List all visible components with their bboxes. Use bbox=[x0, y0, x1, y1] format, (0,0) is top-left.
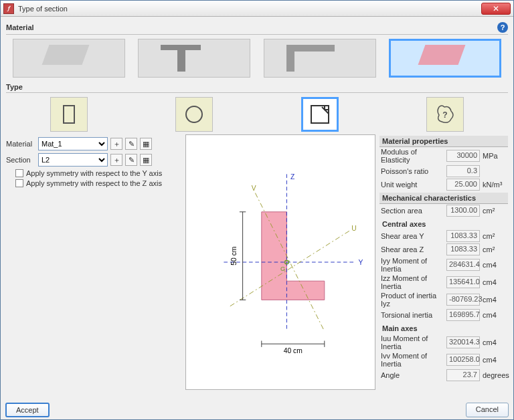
type-tile-import[interactable]: ? bbox=[426, 97, 464, 132]
izz-label: Izz Moment of Inertia bbox=[381, 274, 444, 290]
modulus-unit: MPa bbox=[483, 152, 507, 160]
sheary-unit: cm² bbox=[483, 232, 507, 240]
ivv-label: Ivv Moment of Inertia bbox=[381, 352, 444, 368]
material-tile-concrete[interactable] bbox=[13, 39, 125, 78]
axis-z-label: Z bbox=[290, 173, 294, 181]
material-add-button[interactable]: ＋ bbox=[110, 138, 122, 150]
iyz-label: Product of inertia Iyz bbox=[381, 292, 444, 308]
poisson-label: Poisson's ratio bbox=[381, 167, 444, 175]
accept-button[interactable]: Accept bbox=[5, 403, 50, 417]
shearz-label: Shear area Z bbox=[381, 245, 444, 253]
svg-rect-0 bbox=[64, 106, 74, 123]
type-tile-rectangle[interactable] bbox=[50, 97, 88, 132]
sheary-label: Shear area Y bbox=[381, 232, 444, 240]
shearz-value: 1083.33 bbox=[446, 243, 480, 255]
svg-rect-2 bbox=[311, 106, 329, 123]
izz-value: 135641.0 bbox=[446, 276, 480, 288]
window-close-button[interactable]: ✕ bbox=[481, 3, 511, 15]
symmetry-y-label: Apply symmetry with respect to the Y axi… bbox=[26, 169, 162, 177]
iyy-value: 284631.4 bbox=[446, 259, 480, 271]
tors-label: Torsional inertia bbox=[381, 311, 444, 319]
cancel-button[interactable]: Cancel bbox=[466, 403, 509, 417]
iuu-value: 320014.3 bbox=[446, 336, 480, 348]
dim-height-label: 50 cm bbox=[230, 247, 238, 266]
grid-icon: ▦ bbox=[143, 140, 149, 148]
poisson-value: 0.3 bbox=[446, 165, 480, 177]
app-icon: 𝑓 bbox=[3, 3, 14, 14]
iyz-value: -80769.23 bbox=[446, 294, 480, 306]
material-tile-steel-coldformed[interactable] bbox=[264, 39, 376, 78]
svg-point-1 bbox=[186, 106, 202, 122]
area-unit: cm² bbox=[483, 207, 507, 215]
axis-v-label: V bbox=[252, 185, 256, 192]
modulus-value: 30000 bbox=[446, 150, 480, 162]
shearz-unit: cm² bbox=[483, 245, 507, 253]
iuu-unit: cm4 bbox=[483, 338, 507, 346]
svg-text:?: ? bbox=[443, 110, 448, 120]
iyy-label: Iyy Moment of Inertia bbox=[381, 257, 444, 273]
section-edit-button[interactable]: ✎ bbox=[125, 154, 137, 166]
hdr-mech: Mechanical characteristics bbox=[379, 193, 508, 204]
axis-u-label: U bbox=[351, 225, 356, 232]
pencil-icon: ✎ bbox=[128, 156, 135, 165]
section-select[interactable]: L2 bbox=[38, 153, 108, 167]
iuu-label: Iuu Moment of Inertia bbox=[381, 334, 444, 350]
type-tile-circle[interactable] bbox=[175, 97, 213, 132]
material-tile-steel-rolled[interactable] bbox=[138, 39, 250, 78]
angle-value: 23.7 bbox=[446, 369, 480, 381]
axis-y-label: Y bbox=[359, 259, 363, 266]
ivv-unit: cm4 bbox=[483, 356, 507, 364]
help-icon[interactable]: ? bbox=[497, 22, 508, 33]
type-group-label: Type bbox=[6, 82, 508, 93]
material-label: Material bbox=[6, 140, 35, 148]
material-list-button[interactable]: ▦ bbox=[140, 138, 152, 150]
area-label: Section area bbox=[381, 207, 444, 215]
hdr-central: Central axes bbox=[379, 219, 508, 229]
type-group-text: Type bbox=[6, 83, 23, 91]
modulus-label: Modulus of Elasticity bbox=[381, 148, 444, 164]
dim-width-label: 40 cm bbox=[284, 347, 303, 354]
material-select[interactable]: Mat_1 bbox=[38, 137, 108, 150]
hdr-main: Main axes bbox=[379, 323, 508, 334]
section-label: Section bbox=[6, 156, 35, 164]
section-preview: Z Y U V G 40 cm bbox=[185, 134, 375, 390]
unitweight-value: 25.000 bbox=[446, 179, 480, 191]
ivv-value: 100258.0 bbox=[446, 354, 480, 366]
window-title: Type of section bbox=[18, 5, 481, 13]
type-selector: ? bbox=[6, 93, 508, 134]
material-edit-button[interactable]: ✎ bbox=[125, 138, 137, 150]
area-value: 1300.00 bbox=[446, 205, 480, 217]
angle-label: Angle bbox=[381, 371, 444, 379]
unitweight-unit: kN/m³ bbox=[483, 181, 507, 189]
unitweight-label: Unit weight bbox=[381, 181, 444, 189]
angle-unit: degrees bbox=[483, 371, 507, 379]
tors-unit: cm4 bbox=[483, 311, 507, 319]
section-definition-panel: Material Mat_1 ＋ ✎ ▦ Section L2 ＋ ✎ ▦ Ap… bbox=[6, 134, 181, 390]
grid-icon: ▦ bbox=[143, 156, 149, 165]
symmetry-z-label: Apply symmetry with respect to the Z axi… bbox=[26, 179, 162, 187]
material-tile-generic[interactable] bbox=[389, 39, 501, 78]
titlebar: 𝑓 Type of section ✕ bbox=[1, 1, 513, 17]
centroid-label: G bbox=[280, 265, 285, 272]
section-list-button[interactable]: ▦ bbox=[140, 154, 152, 166]
section-add-button[interactable]: ＋ bbox=[110, 154, 122, 166]
material-group-text: Material bbox=[6, 23, 34, 31]
izz-unit: cm4 bbox=[483, 278, 507, 286]
hdr-material-props: Material properties bbox=[379, 136, 508, 147]
plus-icon: ＋ bbox=[113, 139, 120, 149]
iyz-unit: cm4 bbox=[483, 296, 507, 304]
tors-value: 169895.7 bbox=[446, 309, 480, 321]
pencil-icon: ✎ bbox=[128, 140, 135, 148]
material-group-label: Material ? bbox=[6, 21, 508, 35]
sheary-value: 1083.33 bbox=[446, 230, 480, 242]
iyy-unit: cm4 bbox=[483, 261, 507, 269]
symmetry-z-checkbox[interactable] bbox=[15, 179, 23, 187]
type-tile-custom[interactable] bbox=[301, 97, 339, 132]
plus-icon: ＋ bbox=[113, 155, 120, 165]
material-selector bbox=[6, 35, 508, 80]
properties-panel: Material properties Modulus of Elasticit… bbox=[379, 134, 508, 390]
symmetry-y-checkbox[interactable] bbox=[15, 169, 23, 177]
